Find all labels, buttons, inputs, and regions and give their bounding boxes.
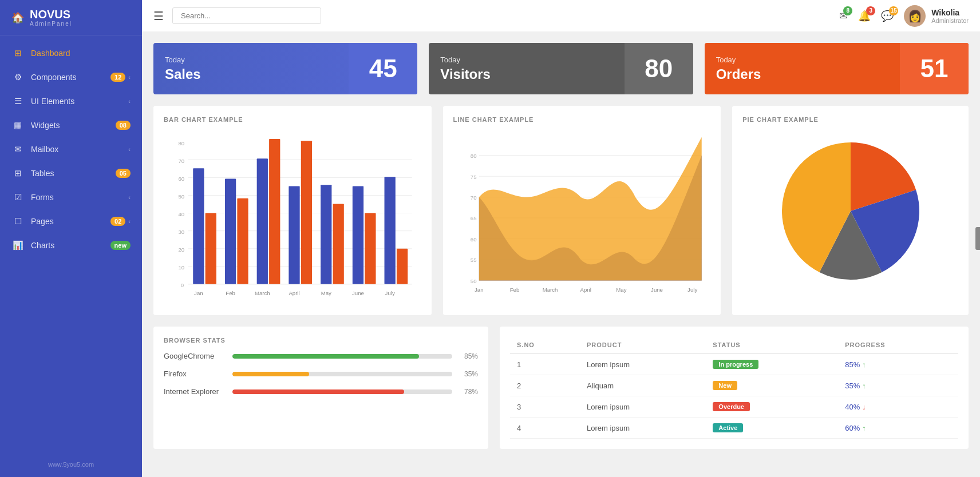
scroll-handle[interactable] (975, 227, 980, 250)
bell-button[interactable]: 🔔 3 (858, 10, 871, 22)
progress-direction-icon: ↑ (862, 381, 866, 390)
svg-rect-24 (301, 141, 312, 284)
search-input[interactable] (172, 7, 321, 24)
svg-text:April: April (580, 287, 591, 293)
svg-rect-25 (321, 185, 331, 284)
sidebar-item-ui-elements[interactable]: ☰ UI Elements ‹ (0, 89, 142, 113)
table-row: 2 Aliquam New 35% ↑ (510, 375, 958, 396)
user-profile[interactable]: 👩 Wikolia Administrator (904, 5, 969, 27)
svg-rect-29 (385, 177, 396, 284)
svg-rect-19 (225, 179, 236, 284)
svg-text:10: 10 (179, 264, 185, 271)
user-role: Administrator (931, 17, 969, 24)
sales-card-right: 45 (349, 43, 417, 94)
svg-text:May: May (321, 290, 331, 296)
col-status: STATUS (706, 337, 838, 353)
pie-chart-wrap (742, 131, 958, 291)
svg-rect-30 (397, 249, 408, 284)
browser-pct: 85% (458, 352, 478, 360)
sidebar-item-mailbox[interactable]: ✉ Mailbox ‹ (0, 137, 142, 161)
sidebar-item-label: Forms (31, 193, 125, 202)
progress-fill (232, 372, 309, 376)
messages-button[interactable]: 💬 15 (881, 10, 894, 22)
sidebar-item-label: Pages (31, 217, 110, 226)
sidebar-item-label: UI Elements (31, 97, 125, 106)
status-badge: Overdue (713, 402, 750, 411)
sidebar-footer: www.5you5.com (0, 452, 142, 477)
orders-today-label: Today (716, 55, 888, 64)
cell-product: Lorem ipsum (580, 396, 706, 418)
visitors-card-right: 80 (625, 43, 693, 94)
sales-value: 45 (369, 54, 397, 83)
svg-rect-28 (365, 213, 376, 284)
svg-rect-21 (257, 158, 268, 284)
avatar: 👩 (904, 5, 926, 27)
sales-card-left: Today Sales (153, 43, 349, 94)
product-table-card: S.NO PRODUCT STATUS PROGRESS 1 Lorem ips… (500, 327, 969, 449)
cell-status: Overdue (706, 396, 838, 418)
table-row: 3 Lorem ipsum Overdue 40% ↓ (510, 396, 958, 418)
tables-badge: 05 (116, 169, 131, 178)
cell-sno: 2 (510, 375, 580, 396)
line-chart-title: LINE CHART EXAMPLE (453, 116, 711, 123)
progress-text: 60% ↑ (845, 424, 866, 432)
svg-text:March: March (542, 287, 558, 293)
browser-row-chrome: GoogleChrome 85% (164, 352, 478, 360)
sidebar-item-widgets[interactable]: ▦ Widgets 08 (0, 113, 142, 137)
svg-text:Feb: Feb (226, 290, 235, 296)
svg-text:55: 55 (470, 257, 476, 263)
sales-card: Today Sales 45 (153, 43, 417, 94)
svg-text:20: 20 (179, 247, 185, 253)
charts-row: BAR CHART EXAMPLE 0 10 20 30 40 50 60 70… (153, 106, 969, 315)
sidebar-item-tables[interactable]: ⊞ Tables 05 (0, 161, 142, 185)
cell-progress: 40% ↓ (838, 396, 958, 418)
progress-direction-icon: ↑ (862, 424, 866, 432)
cell-progress: 60% ↑ (838, 418, 958, 439)
content-area: Today Sales 45 Today Visitors 80 Today (142, 31, 980, 477)
svg-rect-20 (237, 198, 248, 284)
ui-elements-icon: ☰ (11, 96, 24, 106)
cell-progress: 35% ↑ (838, 375, 958, 396)
msg-badge: 15 (889, 6, 898, 15)
widgets-badge: 08 (116, 121, 131, 130)
mail-icon: ✉ (11, 144, 24, 154)
user-name: Wikolia (931, 8, 969, 17)
svg-text:May: May (616, 287, 626, 293)
table-row: 4 Lorem ipsum Active 60% ↑ (510, 418, 958, 439)
charts-badge: new (110, 241, 131, 250)
cell-sno: 3 (510, 396, 580, 418)
sidebar-menu: ⊞ Dashboard ⚙ Components 12 ‹ ☰ UI Eleme… (0, 35, 142, 452)
svg-text:30: 30 (179, 229, 185, 235)
cell-status: Active (706, 418, 838, 439)
sales-label: Sales (165, 66, 337, 82)
progress-text: 35% ↑ (845, 381, 866, 390)
sidebar-item-components[interactable]: ⚙ Components 12 ‹ (0, 65, 142, 89)
svg-text:65: 65 (470, 215, 476, 221)
svg-text:80: 80 (179, 140, 185, 146)
browser-stats-title: BROWSER STATS (164, 337, 478, 344)
svg-text:50: 50 (179, 193, 185, 200)
orders-label: Orders (716, 66, 888, 82)
mail-button[interactable]: ✉ 8 (839, 10, 848, 22)
sidebar: 🏠 NOVUS AdminPanel ⊞ Dashboard ⚙ Compone… (0, 0, 142, 477)
pie-chart-card: PIE CHART EXAMPLE (732, 106, 969, 315)
sidebar-item-label: Components (31, 73, 110, 82)
svg-text:70: 70 (470, 194, 476, 201)
browser-pct: 78% (458, 388, 478, 396)
progress-fill (232, 389, 404, 394)
svg-rect-23 (289, 186, 299, 284)
chevron-icon: ‹ (128, 218, 131, 225)
pages-icon: ☐ (11, 216, 24, 226)
browser-name: Internet Explorer (164, 387, 227, 396)
orders-card-left: Today Orders (705, 43, 900, 94)
sidebar-item-dashboard[interactable]: ⊞ Dashboard (0, 41, 142, 65)
svg-text:June: June (352, 290, 364, 296)
hamburger-button[interactable]: ☰ (153, 9, 164, 23)
mail-badge: 8 (843, 6, 852, 15)
sidebar-item-charts[interactable]: 📊 Charts new (0, 233, 142, 257)
progress-fill (232, 354, 419, 359)
sidebar-item-forms[interactable]: ☑ Forms ‹ (0, 185, 142, 209)
sidebar-item-pages[interactable]: ☐ Pages 02 ‹ (0, 209, 142, 233)
browser-stats-card: BROWSER STATS GoogleChrome 85% Firefox 3… (153, 327, 488, 449)
svg-rect-26 (333, 204, 344, 284)
